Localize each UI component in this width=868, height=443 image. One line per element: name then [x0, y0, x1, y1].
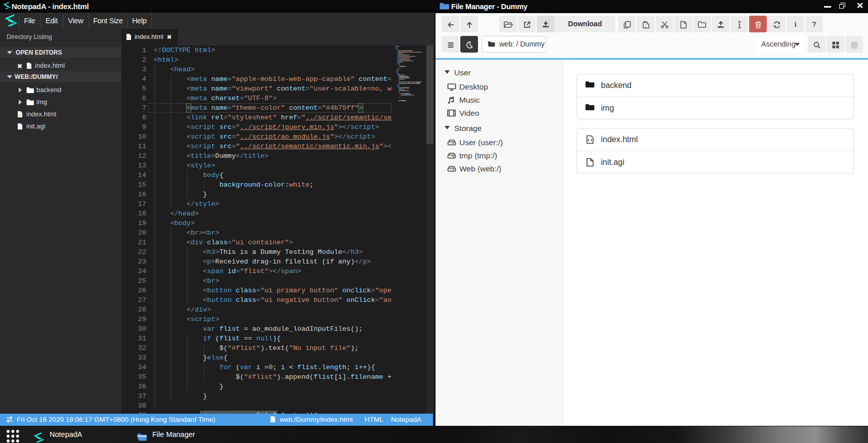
svg-text:<>: <> [27, 65, 31, 68]
svg-text:<>: <> [127, 36, 131, 39]
svg-text:<>: <> [18, 113, 22, 117]
svg-text:<>: <> [271, 419, 275, 422]
